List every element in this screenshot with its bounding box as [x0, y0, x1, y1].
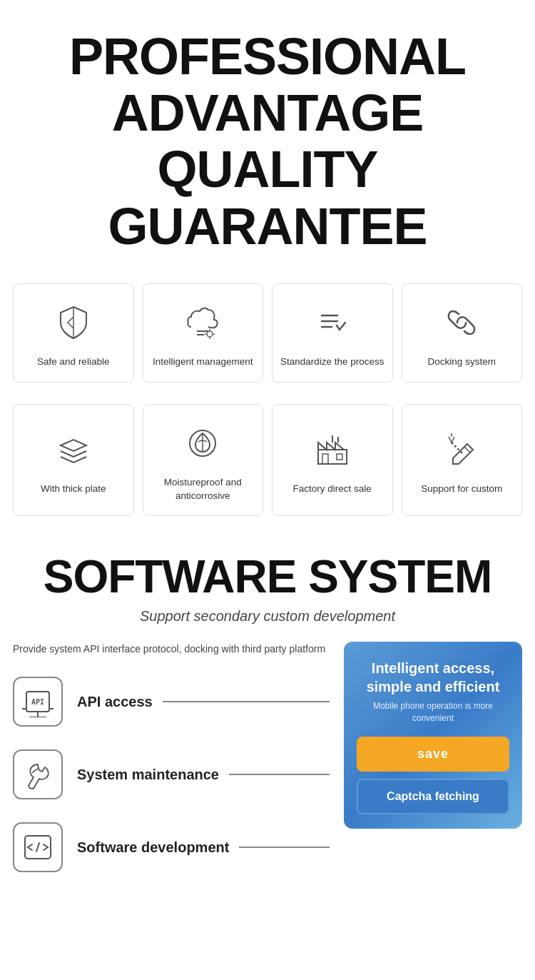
factory-icon [310, 427, 355, 473]
panel-subtitle: Mobile phone operation is more convenien… [357, 700, 509, 724]
feature-card-standardize: Standardize the process [272, 283, 393, 383]
software-item-maintenance: System maintenance [13, 749, 330, 799]
phone-panel: Intelligent access, simple and efficient… [344, 642, 522, 829]
shield-leaf-icon [180, 420, 225, 466]
feature-label-safe: Safe and reliable [37, 355, 109, 369]
svg-point-3 [207, 331, 213, 337]
feature-card-moistureproof: Moistureproof and anticorrosive [143, 404, 264, 517]
software-content: Provide system API interface protocol, d… [13, 642, 522, 895]
feature-label-standardize: Standardize the process [280, 355, 384, 369]
feature-label-factory: Factory direct sale [293, 483, 372, 496]
svg-line-19 [452, 443, 463, 454]
feature-card-thick-plate: With thick plate [13, 404, 134, 517]
software-title: SOFTWARE SYSTEM [13, 552, 522, 602]
link-icon [439, 300, 484, 345]
feature-card-custom: Support for custom [402, 404, 523, 517]
feature-label-custom: Support for custom [421, 483, 502, 496]
layers-icon [51, 427, 96, 473]
feature-label-docking: Docking system [428, 355, 496, 369]
api-label: API access [77, 692, 153, 711]
software-section: SOFTWARE SYSTEM Support secondary custom… [0, 530, 535, 909]
feature-label-intelligent: Intelligent management [153, 355, 253, 369]
svg-rect-15 [337, 454, 342, 460]
svg-text:API: API [31, 698, 44, 706]
pencil-ruler-icon [439, 427, 484, 473]
cloud-settings-icon [180, 300, 225, 345]
header-title: PROFESSIONAL ADVANTAGE QUALITY GUARANTEE [14, 29, 521, 255]
feature-label-moistureproof: Moistureproof and anticorrosive [151, 476, 256, 503]
list-check-icon [310, 300, 355, 345]
maintenance-label: System maintenance [77, 765, 219, 784]
feature-card-safe-reliable: Safe and reliable [13, 283, 134, 383]
wrench-drop-icon [13, 749, 63, 799]
software-item-api: API API access [13, 677, 330, 727]
captcha-button[interactable]: Captcha fetching [357, 779, 509, 814]
software-left: Provide system API interface protocol, d… [13, 642, 330, 895]
feature-grid-row1: Safe and reliable Intelligent management [0, 276, 535, 397]
software-subtitle: Support secondary custom development [13, 608, 522, 625]
api-icon: API [13, 677, 63, 727]
feature-card-intelligent: Intelligent management [143, 283, 264, 383]
software-right-panel: Intelligent access, simple and efficient… [344, 642, 522, 829]
save-button[interactable]: save [357, 737, 509, 772]
software-item-development: Software development [13, 822, 330, 872]
development-connector-line [239, 847, 330, 848]
api-connector-line [163, 701, 330, 702]
svg-rect-14 [322, 454, 328, 464]
software-description: Provide system API interface protocol, d… [13, 642, 330, 657]
maintenance-connector-line [229, 774, 330, 775]
feature-grid-row2: With thick plate Moistureproof and antic… [0, 397, 535, 531]
svg-line-28 [36, 843, 39, 852]
development-label: Software development [77, 838, 229, 857]
feature-card-docking: Docking system [402, 283, 523, 383]
svg-line-18 [464, 447, 470, 453]
shield-icon [51, 300, 96, 345]
code-icon [13, 822, 63, 872]
header-section: PROFESSIONAL ADVANTAGE QUALITY GUARANTEE [0, 0, 535, 276]
feature-card-factory: Factory direct sale [272, 404, 393, 517]
panel-title: Intelligent access, simple and efficient [357, 659, 509, 696]
feature-label-thick: With thick plate [41, 483, 106, 496]
